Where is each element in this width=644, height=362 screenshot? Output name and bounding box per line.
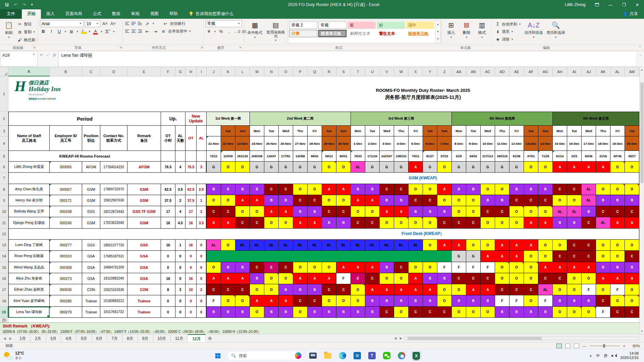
shift-cell-10-16[interactable]: B (423, 206, 437, 217)
shift-cell-11-15[interactable]: O (409, 217, 423, 228)
cut-button[interactable]: ✂剪切 (17, 21, 36, 27)
staff-id-13[interactable]: 000277 (50, 240, 82, 251)
staff-remark-9[interactable]: GSM (127, 195, 161, 206)
shift-cell-15-27[interactable]: A (582, 262, 596, 273)
day-header-11[interactable]: Mon (351, 126, 365, 136)
date-header-2-Dec[interactable]: 2-Dec (365, 136, 380, 151)
staff-ot-19[interactable]: 0 (161, 307, 175, 318)
forecast-1-Dec[interactable]: 76/33 (351, 151, 365, 162)
shift-cell-19-4[interactable]: O (250, 307, 264, 318)
sheet-tab-9月[interactable]: 9月 (138, 334, 153, 342)
shift-cell-15-22[interactable]: O (509, 262, 524, 273)
shift-cell-16-17[interactable]: B (437, 273, 452, 284)
shift-cell-17-4[interactable]: O (250, 284, 264, 295)
staff-remark-17[interactable]: CON (127, 284, 161, 295)
shift-cell-11-14[interactable]: O (394, 217, 409, 228)
shift-cell-14-12[interactable] (365, 251, 380, 262)
staff-new-ot-18[interactable]: 0 (185, 295, 197, 306)
shift-cell-18-22[interactable]: F (509, 295, 524, 306)
forecast-2-Dec[interactable]: 171134 (365, 151, 380, 162)
taskbar-icon-chrome[interactable] (396, 351, 407, 361)
style-linked-cell[interactable]: 链接单元格 (406, 30, 434, 37)
shift-cell-16-8[interactable]: A (308, 273, 322, 284)
shift-cell-10-18[interactable]: O (452, 206, 466, 217)
shift-cell-9-18[interactable]: O (452, 195, 466, 206)
shift-cell-9-4[interactable]: A (250, 195, 264, 206)
grow-font-icon[interactable]: A˄ (102, 20, 108, 27)
shift-cell-8-28[interactable]: O (596, 184, 610, 195)
shift-cell-19-27[interactable]: O (582, 307, 596, 318)
shift-cell-14-7[interactable] (293, 251, 308, 262)
shift-cell-8-8[interactable]: O (308, 184, 322, 195)
shift-cell-17-7[interactable]: B (293, 284, 308, 295)
taskbar-icon-store[interactable]: ⊞ (352, 351, 363, 361)
shift-cell-9-28[interactable]: B (596, 195, 610, 206)
shift-cell-19-16[interactable]: C (423, 307, 437, 318)
shift-cell-11-8[interactable]: A (308, 217, 322, 228)
day-header-30[interactable]: Sat (625, 126, 639, 136)
shift-cell-11-18[interactable]: C (452, 217, 466, 228)
insert-function-icon[interactable]: fx (53, 53, 56, 58)
zoom-slider[interactable] (590, 346, 620, 346)
paste-button[interactable]: 📋 粘贴▼ (1, 20, 16, 44)
staff-new-ot-6[interactable]: 76.5 (185, 162, 197, 173)
shift-cell-8-29[interactable]: O (610, 184, 625, 195)
shift-cell-9-12[interactable]: A (365, 195, 380, 206)
style-normal[interactable]: 常规 (318, 21, 346, 29)
day-header-10[interactable]: Sun (336, 126, 351, 136)
copilot-icon[interactable] (295, 352, 302, 359)
shift-cell-18-30[interactable]: O (625, 295, 639, 306)
sheet-tab-4月[interactable]: 4月 (61, 334, 76, 342)
col-header-AK[interactable]: AK (596, 67, 610, 76)
clipboard-dialog-launcher-icon[interactable]: ⇲ (33, 46, 36, 49)
shift-cell-6-18[interactable]: G (452, 162, 466, 173)
shift-cell-16-1[interactable]: A (207, 273, 221, 284)
col-header-AA[interactable]: AA (452, 67, 466, 76)
shift-cell-13-17[interactable]: A (437, 240, 452, 251)
shift-cell-17-6[interactable]: B (279, 284, 293, 295)
fill-button[interactable]: ⬇填充▼ (495, 28, 521, 35)
alignment-dialog-launcher-icon[interactable]: ⇲ (201, 46, 203, 49)
day-header-22[interactable]: Fri (509, 126, 524, 136)
ribbon-display-options-icon[interactable]: 🗖 (590, 0, 604, 9)
day-header-16[interactable]: Sat (423, 126, 437, 136)
shift-cell-8-11[interactable]: B (351, 184, 365, 195)
wrap-text-icon[interactable]: ↩ (162, 20, 169, 27)
day-header-4[interactable]: Mon (250, 126, 264, 136)
shift-cell-14-13[interactable] (380, 251, 394, 262)
staff-name-19[interactable]: Lena Tan 谭玲丽 (8, 307, 50, 318)
tab-home[interactable]: 开始 (22, 9, 41, 19)
shift-cell-8-1[interactable]: B (207, 184, 221, 195)
staff-id-16[interactable]: 000273 (50, 273, 82, 284)
shift-cell-8-3[interactable]: B (235, 184, 250, 195)
col-header-AC[interactable]: AC (481, 67, 495, 76)
shift-cell-10-9[interactable]: C (322, 206, 336, 217)
shift-cell-8-21[interactable]: O (495, 184, 509, 195)
staff-new-al-13[interactable]: 0 (197, 240, 207, 251)
shift-cell-18-24[interactable]: F (538, 295, 553, 306)
staff-remark-13[interactable]: GSS (127, 240, 161, 251)
shift-cell-8-18[interactable]: B (452, 184, 466, 195)
shift-cell-16-14[interactable]: O (394, 273, 409, 284)
save-icon[interactable]: 🖫 (5, 2, 9, 7)
shift-cell-6-21[interactable]: G (495, 162, 509, 173)
shift-cell-19-1[interactable]: B (207, 307, 221, 318)
shift-cell-19-5[interactable]: B (264, 307, 279, 318)
shift-cell-14-2[interactable] (221, 251, 235, 262)
day-header-13[interactable]: Wed (380, 126, 394, 136)
date-header-27-Nov[interactable]: 27-Nov (293, 136, 308, 151)
shift-cell-13-13[interactable]: ML (380, 240, 394, 251)
forecast-29-Nov[interactable]: 59/12 (322, 151, 336, 162)
shift-cell-18-25[interactable]: B (553, 295, 567, 306)
fill-color-icon[interactable] (80, 28, 87, 35)
date-header-7-Dec[interactable]: 7-Dec (437, 136, 452, 151)
tab-page-layout[interactable]: 页面布局 (60, 9, 88, 19)
shift-cell-9-6[interactable]: B (279, 195, 293, 206)
staff-new-al-19[interactable]: 0 (197, 307, 207, 318)
date-header-17-Dec[interactable]: 17-Dec (582, 136, 596, 151)
date-header-29-Nov[interactable]: 29-Nov (322, 136, 336, 151)
shift-cell-10-28[interactable]: C (596, 206, 610, 217)
staff-new-ot-10[interactable]: 17 (185, 206, 197, 217)
decrease-indent-icon[interactable]: ⇤ (144, 28, 151, 35)
forecast-blank-0[interactable] (161, 151, 175, 162)
